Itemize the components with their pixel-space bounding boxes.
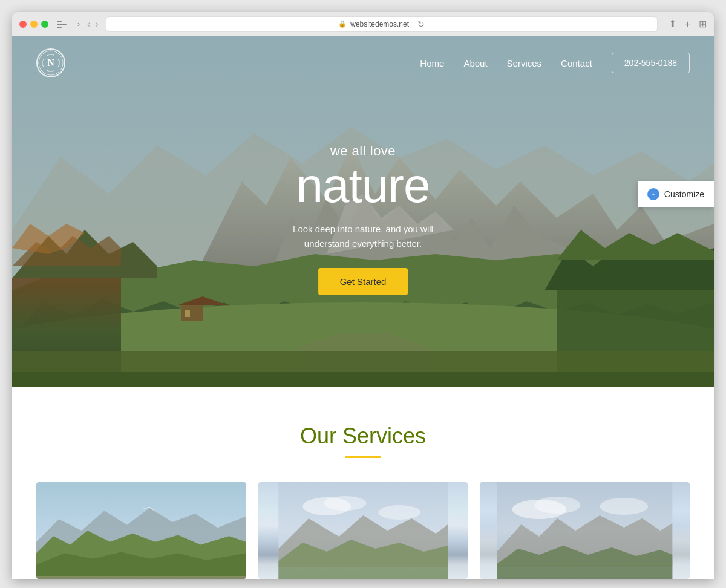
minimize-button[interactable] xyxy=(30,21,38,28)
phone-number[interactable]: 202-555-0188 xyxy=(612,53,690,73)
nav-home[interactable]: Home xyxy=(420,58,444,68)
site-nav: N Home About Services Contact 202-555-01… xyxy=(12,36,714,90)
service-card-1-image xyxy=(36,482,246,579)
close-button[interactable] xyxy=(19,21,27,28)
lock-icon: 🔒 xyxy=(338,20,347,28)
svg-point-40 xyxy=(600,498,649,515)
tab-overview-icon[interactable]: ⊞ xyxy=(699,18,707,30)
logo-wreath-svg: N xyxy=(38,50,64,76)
forward-arrow-icon[interactable]: › xyxy=(94,19,99,30)
services-grid xyxy=(36,482,690,579)
hero-description: Look deep into nature, and you will unde… xyxy=(293,222,433,251)
hero-subtitle: we all love xyxy=(293,143,433,159)
customize-icon xyxy=(647,188,659,200)
site-logo[interactable]: N xyxy=(36,48,65,77)
maximize-button[interactable] xyxy=(41,21,48,28)
service-card-1[interactable] xyxy=(36,482,246,579)
customize-label: Customize xyxy=(664,189,704,199)
browser-nav-arrows: ‹ › xyxy=(86,19,100,30)
service-card-2[interactable] xyxy=(258,482,468,579)
svg-point-34 xyxy=(378,505,420,520)
svg-point-39 xyxy=(535,497,581,514)
services-section: Our Services xyxy=(12,387,714,579)
chevron-down-icon: › xyxy=(77,20,80,28)
address-bar[interactable]: 🔒 websitedemos.net ↻ xyxy=(106,16,658,32)
sidebar-toggle-icon[interactable] xyxy=(57,19,69,29)
browser-actions: ⬆ + ⊞ xyxy=(669,18,707,30)
svg-point-33 xyxy=(324,496,366,511)
nav-links: Home About Services Contact 202-555-0188 xyxy=(420,53,690,73)
service-card-3-image xyxy=(480,482,690,579)
cta-button[interactable]: Get Started xyxy=(318,268,408,295)
hero-section: N Home About Services Contact 202-555-01… xyxy=(12,36,714,387)
service-card-2-image xyxy=(258,482,468,579)
reload-icon[interactable]: ↻ xyxy=(417,19,425,29)
browser-titlebar: › ‹ › 🔒 websitedemos.net ↻ ⬆ + ⊞ xyxy=(12,12,714,36)
hero-content: we all love nature Look deep into nature… xyxy=(293,143,433,295)
services-underline xyxy=(345,456,381,458)
customize-button[interactable]: Customize xyxy=(638,181,714,207)
services-title: Our Services xyxy=(36,423,690,449)
service-card-3[interactable] xyxy=(480,482,690,579)
new-tab-icon[interactable]: + xyxy=(685,19,690,30)
url-text: websitedemos.net xyxy=(350,20,409,28)
nav-about[interactable]: About xyxy=(463,58,487,68)
nav-services[interactable]: Services xyxy=(507,58,542,68)
back-arrow-icon[interactable]: ‹ xyxy=(86,19,91,30)
share-icon[interactable]: ⬆ xyxy=(669,18,676,30)
nav-contact[interactable]: Contact xyxy=(561,58,592,68)
browser-window: › ‹ › 🔒 websitedemos.net ↻ ⬆ + ⊞ xyxy=(12,12,714,579)
traffic-lights xyxy=(19,21,48,28)
svg-text:N: N xyxy=(47,57,54,68)
logo-circle: N xyxy=(36,48,65,77)
hero-title: nature xyxy=(293,162,433,210)
website-content: N Home About Services Contact 202-555-01… xyxy=(12,36,714,579)
